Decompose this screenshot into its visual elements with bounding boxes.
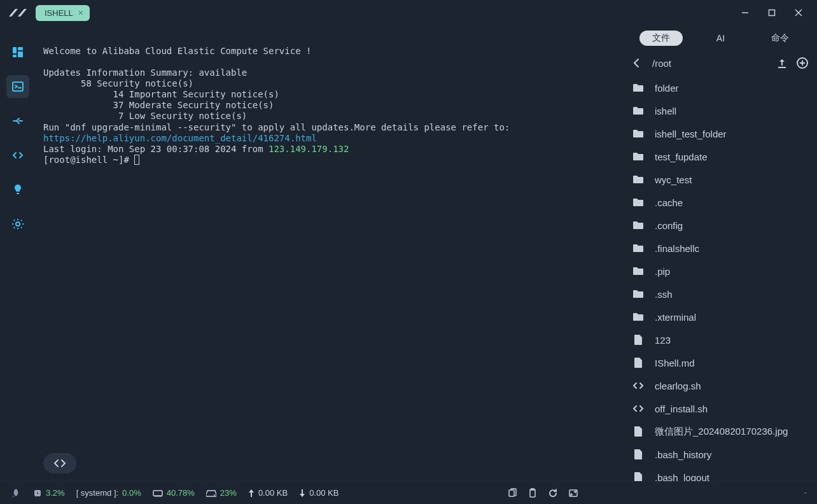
svg-rect-13 (153, 491, 162, 496)
file-item[interactable]: ishell_test_folder (627, 122, 814, 145)
current-path[interactable]: /root (650, 58, 769, 69)
fullscreen-icon[interactable] (568, 487, 579, 499)
folder-icon (632, 196, 645, 209)
svg-rect-1 (769, 10, 775, 16)
folder-icon (632, 127, 645, 140)
script-icon (632, 379, 645, 392)
file-item[interactable]: .ssh (627, 283, 814, 305)
file-icon (632, 425, 645, 438)
file-item[interactable]: .xterminal (627, 305, 814, 328)
file-item[interactable]: 微信图片_20240820170236.jpg (627, 420, 814, 443)
folder-icon (632, 242, 645, 255)
file-name: .bash_history (655, 449, 711, 460)
folder-icon (632, 311, 645, 323)
svg-rect-4 (13, 47, 17, 53)
file-name: .xterminal (655, 312, 696, 323)
status-dash: - (804, 487, 807, 499)
file-name: 微信图片_20240820170236.jpg (655, 426, 788, 438)
file-item[interactable]: .config (627, 214, 814, 237)
paste-icon[interactable] (527, 487, 538, 499)
file-name: .pip (655, 266, 670, 277)
right-panel-tabs: 文件 AI 命令 (624, 28, 817, 52)
file-icon (632, 471, 645, 481)
close-icon[interactable]: × (78, 8, 83, 17)
terminal-output[interactable]: Welcome to Alibaba Cloud Elastic Compute… (36, 25, 624, 481)
add-button[interactable] (795, 56, 809, 70)
folder-icon (632, 173, 645, 186)
close-button[interactable] (793, 7, 804, 18)
svg-point-9 (16, 222, 20, 226)
file-name: .bash_logout (655, 472, 709, 482)
file-icon (632, 333, 645, 346)
file-item[interactable]: IShell.md (627, 351, 814, 374)
tab-label: ISHELL (45, 8, 73, 18)
file-item[interactable]: .cache (627, 191, 814, 214)
file-item[interactable]: .bash_history (627, 443, 814, 466)
titlebar: ISHELL × (0, 0, 817, 25)
file-item[interactable]: wyc_test (627, 168, 814, 191)
tab-ishell[interactable]: ISHELL × (36, 5, 90, 21)
copy-icon[interactable] (506, 487, 518, 499)
sidebar-terminal-icon[interactable] (6, 75, 29, 98)
file-name: .config (655, 220, 683, 231)
maximize-button[interactable] (766, 7, 778, 18)
right-panel: 文件 AI 命令 /root folderishellishell_test_f… (624, 25, 817, 481)
center-pane: Welcome to Alibaba Cloud Elastic Compute… (36, 25, 624, 481)
file-item[interactable]: clearlog.sh (627, 374, 814, 397)
file-item[interactable]: .pip (627, 260, 814, 283)
svg-rect-11 (35, 491, 40, 496)
tab-files[interactable]: 文件 (639, 31, 683, 46)
disk-status: 23% (206, 488, 237, 498)
file-name: IShell.md (655, 358, 695, 368)
systemd-status: [ systemd ]: 0.0% (76, 488, 141, 498)
sidebar-dashboard-icon[interactable] (6, 41, 29, 64)
sidebar-code-icon[interactable] (6, 144, 29, 167)
folder-icon (632, 104, 645, 117)
folder-icon (632, 265, 645, 277)
folder-icon (632, 81, 645, 94)
folder-icon (632, 219, 645, 232)
file-name: ishell (655, 106, 676, 116)
svg-rect-6 (13, 55, 17, 57)
file-item[interactable]: .bash_logout (627, 466, 814, 481)
file-icon (632, 448, 645, 461)
main: Welcome to Alibaba Cloud Elastic Compute… (0, 25, 817, 481)
file-item[interactable]: off_install.sh (627, 397, 814, 420)
code-snippet-button[interactable] (43, 453, 76, 473)
sidebar (0, 25, 36, 481)
back-button[interactable] (629, 56, 643, 70)
sidebar-connect-icon[interactable] (6, 109, 29, 132)
file-item[interactable]: .finalshellc (627, 237, 814, 260)
sidebar-settings-icon[interactable] (6, 213, 29, 235)
tab-cmd[interactable]: 命令 (758, 31, 802, 46)
file-name: .cache (655, 197, 683, 208)
file-name: 123 (655, 335, 671, 346)
file-item[interactable]: folder (627, 76, 814, 99)
mem-status: 40.78% (153, 488, 195, 498)
file-list: folderishellishell_test_foldertest_fupda… (624, 76, 817, 481)
path-row: /root (624, 52, 817, 76)
svg-rect-16 (530, 489, 535, 497)
minimize-button[interactable] (739, 7, 751, 18)
svg-point-14 (214, 494, 215, 496)
rocket-icon[interactable] (10, 487, 22, 499)
tab-ai[interactable]: AI (704, 31, 737, 45)
app-logo (8, 5, 28, 20)
file-name: .finalshellc (655, 243, 699, 254)
file-icon (632, 356, 645, 369)
file-item[interactable]: 123 (627, 328, 814, 351)
file-name: off_install.sh (655, 403, 708, 414)
file-item[interactable]: ishell (627, 99, 814, 122)
file-item[interactable]: test_fupdate (627, 145, 814, 168)
refresh-icon[interactable] (547, 487, 559, 499)
file-name: test_fupdate (655, 151, 708, 162)
file-name: folder (655, 83, 679, 94)
sidebar-lightbulb-icon[interactable] (6, 178, 29, 201)
svg-rect-12 (36, 492, 39, 494)
folder-icon (632, 150, 645, 163)
upload-button[interactable] (775, 56, 789, 70)
file-name: .ssh (655, 289, 673, 300)
folder-icon (632, 288, 645, 300)
upload-status: 0.00 KB (248, 488, 288, 498)
script-icon (632, 402, 645, 415)
